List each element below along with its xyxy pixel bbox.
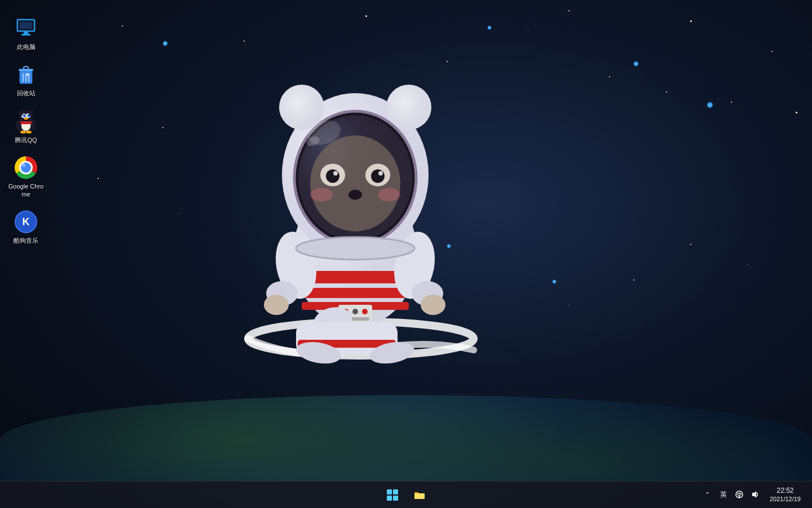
taskbar: ⌃ 英 22:52 xyxy=(0,481,812,508)
star-blue xyxy=(487,25,492,30)
star xyxy=(122,25,123,27)
svg-point-41 xyxy=(348,190,362,200)
svg-point-34 xyxy=(310,135,400,231)
clock-date: 2021/12/19 xyxy=(770,495,801,503)
recycle-icon-label: 回收站 xyxy=(17,89,36,97)
svg-point-14 xyxy=(264,295,289,315)
svg-rect-74 xyxy=(19,121,33,124)
star xyxy=(162,127,164,128)
svg-point-9 xyxy=(362,309,368,314)
svg-point-69 xyxy=(24,115,25,116)
svg-rect-88 xyxy=(387,496,392,501)
taskbar-center xyxy=(380,483,432,507)
svg-rect-86 xyxy=(387,489,392,494)
svg-point-42 xyxy=(310,188,333,202)
desktop-icon-kuwo[interactable]: K 酷狗音乐 xyxy=(5,205,47,249)
desktop-icon-recycle[interactable]: 回收站 xyxy=(5,58,47,102)
recycle-icon xyxy=(14,62,38,87)
file-explorer-button[interactable] xyxy=(407,483,432,507)
svg-point-27 xyxy=(279,85,324,130)
svg-point-29 xyxy=(386,85,431,130)
star xyxy=(633,279,634,281)
clock-time: 22:52 xyxy=(776,487,793,496)
svg-point-40 xyxy=(378,171,383,176)
qq-icon xyxy=(14,109,38,134)
star-blue xyxy=(707,102,713,108)
computer-icon-label: 此电脑 xyxy=(17,43,36,51)
star-blue xyxy=(552,279,557,284)
svg-rect-87 xyxy=(393,489,398,494)
svg-point-37 xyxy=(333,171,338,176)
svg-point-71 xyxy=(24,117,28,120)
star xyxy=(568,10,570,11)
svg-rect-52 xyxy=(20,22,32,29)
desktop-icon-computer[interactable]: 此电脑 xyxy=(5,11,47,55)
desktop-icon-qq[interactable]: 腾讯QQ xyxy=(5,104,47,148)
star xyxy=(747,264,748,265)
chrome-icon xyxy=(14,155,38,180)
taskbar-right: ⌃ 英 22:52 xyxy=(702,487,812,503)
svg-rect-89 xyxy=(393,496,398,501)
svg-point-91 xyxy=(738,496,740,498)
star xyxy=(244,41,245,42)
star xyxy=(771,51,773,52)
star xyxy=(568,305,569,305)
kuwo-icon: K xyxy=(14,209,38,234)
star xyxy=(528,30,528,31)
star xyxy=(666,91,667,93)
svg-point-78 xyxy=(26,130,32,133)
star-blue xyxy=(162,41,168,46)
svg-text:K: K xyxy=(23,216,30,227)
star xyxy=(796,112,797,113)
svg-rect-4 xyxy=(299,288,412,298)
svg-point-82 xyxy=(22,164,25,167)
network-icon[interactable] xyxy=(734,489,745,500)
language-indicator[interactable]: 英 xyxy=(718,490,729,500)
clock[interactable]: 22:52 2021/12/19 xyxy=(765,487,805,503)
star xyxy=(365,15,367,17)
volume-icon[interactable] xyxy=(749,489,761,500)
start-button[interactable] xyxy=(380,483,405,507)
star xyxy=(731,102,732,103)
star xyxy=(98,178,99,179)
svg-point-77 xyxy=(20,130,26,133)
svg-point-39 xyxy=(371,169,385,183)
svg-rect-61 xyxy=(24,67,28,69)
svg-point-36 xyxy=(326,169,339,183)
star xyxy=(690,244,691,245)
svg-rect-54 xyxy=(21,34,30,36)
computer-icon xyxy=(14,16,38,41)
astronaut-character xyxy=(214,45,496,406)
star-blue xyxy=(633,61,639,67)
desktop-icon-chrome[interactable]: Google Chrome xyxy=(5,151,47,203)
star xyxy=(609,76,610,77)
star xyxy=(179,213,179,214)
qq-icon-label: 腾讯QQ xyxy=(15,136,37,144)
svg-point-43 xyxy=(378,188,400,202)
desktop: 此电脑 xyxy=(0,0,812,508)
chrome-icon-label: Google Chrome xyxy=(7,182,45,199)
star xyxy=(690,20,692,22)
svg-point-17 xyxy=(421,295,445,315)
desktop-icons: 此电脑 xyxy=(0,0,47,252)
show-hidden-icons-button[interactable]: ⌃ xyxy=(702,489,713,500)
svg-point-8 xyxy=(352,309,358,314)
kuwo-icon-label: 酷狗音乐 xyxy=(14,237,38,244)
svg-point-81 xyxy=(21,163,31,173)
